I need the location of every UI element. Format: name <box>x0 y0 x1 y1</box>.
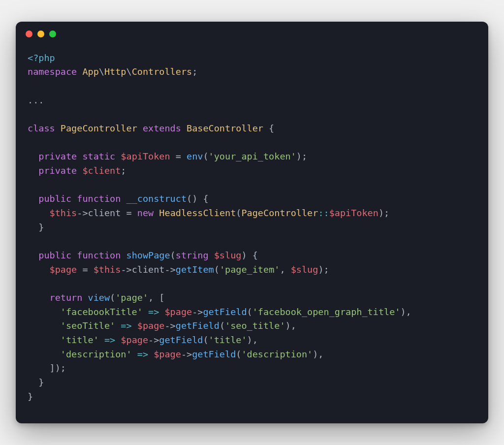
code-token: $this <box>50 208 77 218</box>
code-token <box>115 151 121 161</box>
code-token: ( <box>247 307 252 317</box>
code-token: PageController <box>241 208 318 218</box>
code-line: } <box>28 390 476 404</box>
code-token <box>28 208 50 218</box>
zoom-icon[interactable] <box>49 31 56 37</box>
code-token: namespace <box>28 66 77 77</box>
code-line: $page = $this->client->getItem('page_ite… <box>28 263 476 277</box>
code-token: ... <box>28 95 44 105</box>
code-token: ; <box>121 165 126 176</box>
code-token: { <box>263 123 274 133</box>
code-token: $apiToken <box>121 151 170 161</box>
code-token <box>99 335 104 345</box>
code-token: = <box>170 151 187 161</box>
code-token <box>132 320 137 331</box>
code-token: -> <box>164 320 175 331</box>
code-line: <?php <box>28 51 476 65</box>
code-token: => <box>104 335 115 345</box>
code-token: 'page_item' <box>220 264 280 275</box>
code-token: 'seoTitle' <box>61 320 115 331</box>
code-line: ]); <box>28 361 476 376</box>
minimize-icon[interactable] <box>37 31 44 37</box>
code-line: ... <box>28 94 476 108</box>
code-token <box>77 151 82 161</box>
code-token: => <box>148 307 159 317</box>
code-token: ), <box>247 335 258 345</box>
code-token <box>143 307 148 317</box>
code-token: getItem <box>176 264 214 275</box>
code-token: getField <box>192 349 236 359</box>
code-line <box>28 107 476 122</box>
code-token: 'page' <box>115 292 148 303</box>
code-token: PageController <box>61 123 137 133</box>
code-token: \ <box>99 66 104 77</box>
code-token <box>77 66 82 77</box>
code-token: function <box>77 193 121 204</box>
code-token: 'facebook_open_graph_title' <box>252 307 401 317</box>
code-token: ( <box>110 292 115 303</box>
code-token: ) { <box>241 250 257 260</box>
code-token: static <box>82 151 115 161</box>
code-token: = <box>77 264 93 275</box>
code-token <box>28 292 50 303</box>
code-token: $page <box>154 349 181 359</box>
code-token: \ <box>126 66 132 77</box>
code-token: } <box>28 377 44 387</box>
code-token: -> <box>192 307 203 317</box>
code-token: new <box>137 208 154 218</box>
code-token: $page <box>50 264 77 275</box>
code-line: private $client; <box>28 164 476 178</box>
code-token: __construct <box>126 193 187 204</box>
code-line: 'description' => $page->getField('descri… <box>28 348 476 362</box>
code-line: } <box>28 376 476 390</box>
code-token: return <box>50 292 83 303</box>
code-token: -> <box>181 349 192 359</box>
code-token: () { <box>187 193 209 204</box>
code-token <box>28 264 50 275</box>
code-line: } <box>28 221 476 235</box>
code-token: getField <box>176 320 220 331</box>
code-line: $this->client = new HeadlessClient(PageC… <box>28 206 476 221</box>
code-token: 'facebookTitle' <box>61 307 143 317</box>
code-token: $page <box>164 307 192 317</box>
code-token: , [ <box>148 292 164 303</box>
code-token: => <box>137 349 148 359</box>
code-token: $page <box>121 335 148 345</box>
code-token <box>209 250 214 260</box>
code-token: ->client-> <box>121 264 175 275</box>
code-token: private <box>38 165 77 176</box>
code-token: $client <box>82 165 121 176</box>
code-line: 'title' => $page->getField('title'), <box>28 333 476 348</box>
code-token: env <box>187 151 203 161</box>
code-token: public <box>38 193 71 204</box>
code-line <box>28 178 476 192</box>
code-token <box>28 349 61 359</box>
code-token: ( <box>203 151 208 161</box>
code-token <box>159 307 164 317</box>
code-token: string <box>176 250 209 260</box>
window-titlebar <box>16 22 488 46</box>
code-token: ); <box>318 264 329 275</box>
code-token <box>121 193 126 204</box>
code-token: App <box>82 66 98 77</box>
code-token: 'seo_title' <box>225 320 285 331</box>
code-token: $slug <box>214 250 242 260</box>
code-token: ( <box>236 349 241 359</box>
code-token <box>28 165 38 176</box>
code-token <box>71 250 77 260</box>
code-token: HeadlessClient <box>159 208 236 218</box>
code-token: ( <box>170 250 176 260</box>
code-line <box>28 277 476 291</box>
code-token: $apiToken <box>329 208 378 218</box>
close-icon[interactable] <box>26 31 32 37</box>
code-line: 'facebookTitle' => $page->getField('face… <box>28 305 476 319</box>
code-token: ); <box>296 151 307 161</box>
code-token: ( <box>203 335 208 345</box>
code-token <box>121 250 126 260</box>
code-line: private static $apiToken = env('your_api… <box>28 150 476 164</box>
code-token: class <box>28 123 55 133</box>
code-token <box>115 320 121 331</box>
code-token: showPage <box>126 250 170 260</box>
code-token: Http <box>104 66 126 77</box>
code-line: public function showPage(string $slug) { <box>28 249 476 263</box>
